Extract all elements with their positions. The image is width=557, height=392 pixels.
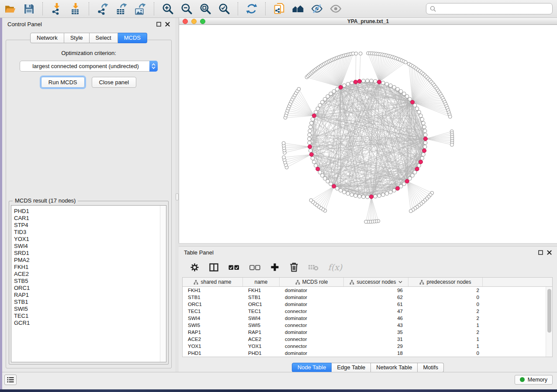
tab-style[interactable]: Style	[64, 33, 90, 43]
delete-columns-trash-icon[interactable]	[289, 262, 299, 272]
tab-node-table[interactable]: Node Table	[292, 363, 332, 372]
tab-network[interactable]: Network	[30, 33, 64, 43]
table-toolbar: f(x)	[179, 258, 557, 276]
mcds-result-item[interactable]: TID3	[14, 229, 166, 236]
sort-desc-icon	[398, 281, 402, 283]
task-list-icon	[7, 377, 14, 383]
save-session-icon[interactable]	[22, 2, 35, 15]
mcds-result-scrollbar[interactable]	[160, 206, 166, 362]
tab-select[interactable]: Select	[90, 33, 118, 43]
mcds-result-item[interactable]: STB5	[14, 278, 166, 285]
splitter-grip[interactable]	[176, 193, 179, 200]
cytoscape-window: Control Panel Network Style Select MCDS …	[0, 0, 557, 389]
column-header-shared-name[interactable]: shared name	[183, 278, 243, 286]
task-history-button[interactable]	[4, 375, 17, 385]
table-row[interactable]: SWI5 SWI5 connector 43 1	[183, 322, 552, 329]
import-network-icon[interactable]	[50, 2, 63, 15]
zoom-selected-icon[interactable]	[218, 2, 231, 15]
mcds-result-item[interactable]: FKH1	[14, 264, 166, 271]
vertical-splitter[interactable]	[175, 18, 179, 375]
tab-edge-table[interactable]: Edge Table	[332, 363, 371, 372]
node-table-header: shared name name MCDS role successor nod…	[183, 278, 552, 287]
export-network-icon[interactable]	[96, 2, 109, 15]
tab-motifs[interactable]: Motifs	[418, 363, 444, 372]
mcds-result-item[interactable]: SWI5	[14, 306, 166, 313]
table-row[interactable]: FKH1 FKH1 dominator 96 2	[183, 287, 552, 294]
add-column-icon[interactable]	[270, 262, 280, 272]
close-panel-icon[interactable]	[165, 22, 170, 27]
memory-status-icon	[520, 377, 525, 382]
tree-column-icon	[419, 280, 424, 285]
float-panel-icon[interactable]	[156, 22, 161, 27]
table-row[interactable]: PHD1 PHD1 dominator 18 0	[183, 350, 552, 357]
node-table: shared name name MCDS role successor nod…	[182, 277, 553, 357]
mcds-result-item[interactable]: SRD1	[14, 250, 166, 257]
network-window-title: YPA_prune.txt_1	[179, 18, 557, 24]
run-mcds-button[interactable]: Run MCDS	[41, 77, 85, 88]
mcds-result-item[interactable]: GCR1	[14, 320, 166, 327]
table-row[interactable]: RAP1 RAP1 dominator 35 2	[183, 329, 552, 336]
mcds-result-item[interactable]: YOX1	[14, 236, 166, 243]
clone-network-icon[interactable]	[273, 2, 286, 15]
show-hidden-eye-icon[interactable]	[329, 2, 342, 15]
zoom-fit-icon[interactable]	[199, 2, 212, 15]
deselect-all-icon[interactable]	[249, 262, 261, 272]
column-header-predecessor-nodes[interactable]: predecessor nodes	[408, 278, 483, 286]
close-panel-icon[interactable]	[547, 250, 552, 255]
optimization-criterion-label: Optimization criterion:	[6, 50, 171, 56]
horizontal-splitter[interactable]	[179, 243, 557, 247]
network-window-titlebar[interactable]: YPA_prune.txt_1	[179, 18, 557, 25]
column-header-mcds-role[interactable]: MCDS role	[280, 278, 344, 286]
table-panel-title: Table Panel	[184, 249, 214, 256]
float-panel-icon[interactable]	[538, 250, 543, 255]
network-canvas[interactable]	[179, 25, 557, 243]
open-file-icon[interactable]	[3, 2, 17, 15]
table-row[interactable]: YOX1 YOX1 connector 29 1	[183, 343, 552, 350]
tree-column-icon	[349, 280, 354, 285]
mcds-result-item[interactable]: PHD1	[14, 208, 166, 215]
zoom-out-icon[interactable]	[180, 2, 193, 15]
select-stepper-icon	[149, 61, 158, 72]
mcds-result-item[interactable]: CAR1	[14, 215, 166, 222]
import-table-icon[interactable]	[69, 2, 82, 15]
optimization-criterion-select[interactable]: largest connected component (undirected)	[20, 61, 158, 72]
node-table-body: FKH1 FKH1 dominator 96 2 STB1 STB1	[183, 287, 552, 357]
column-header-successor-nodes[interactable]: successor nodes	[344, 278, 408, 286]
table-row[interactable]: TEC1 TEC1 connector 47 2	[183, 308, 552, 315]
export-table-icon[interactable]	[115, 2, 128, 15]
mcds-result-item[interactable]: TEC1	[14, 313, 166, 320]
zoom-in-icon[interactable]	[161, 2, 174, 15]
mcds-result-title: MCDS result (17 nodes)	[13, 197, 78, 204]
memory-button[interactable]: Memory	[515, 375, 553, 385]
mcds-result-item[interactable]: RAP1	[14, 292, 166, 299]
toolbar-separator	[265, 2, 266, 15]
table-settings-gear-icon[interactable]	[189, 262, 200, 272]
mcds-result-group: MCDS result (17 nodes) PHD1CAR1STP4TID3Y…	[9, 201, 169, 364]
mcds-result-item[interactable]: STB1	[14, 299, 166, 306]
mcds-result-item[interactable]: SWI4	[14, 243, 166, 250]
tab-mcds[interactable]: MCDS	[118, 33, 147, 43]
table-scrollbar[interactable]	[546, 287, 552, 357]
mcds-result-item[interactable]: ORC1	[14, 285, 166, 292]
table-row[interactable]: ACE2 ACE2 connector 31 1	[183, 336, 552, 343]
table-row[interactable]: ORC1 ORC1 dominator 61 0	[183, 301, 552, 308]
table-row[interactable]: STB1 STB1 dominator 62 0	[183, 294, 552, 301]
mcds-result-list[interactable]: PHD1CAR1STP4TID3YOX1SWI4SRD1PMA2FKH1ACE2…	[11, 205, 166, 362]
desktop-background-bottom	[0, 389, 557, 392]
close-panel-button[interactable]: Close panel	[92, 77, 137, 88]
search-input[interactable]	[439, 6, 549, 12]
refresh-layout-icon[interactable]	[245, 2, 258, 15]
table-row[interactable]: SWI4 SWI4 dominator 46 2	[183, 315, 552, 322]
column-header-name[interactable]: name	[243, 278, 280, 286]
table-scrollbar-thumb[interactable]	[547, 289, 551, 333]
mcds-result-item[interactable]: PMA2	[14, 257, 166, 264]
export-image-icon[interactable]	[134, 2, 147, 15]
mcds-result-item[interactable]: ACE2	[14, 271, 166, 278]
select-all-icon[interactable]	[228, 262, 240, 272]
tab-network-table[interactable]: Network Table	[371, 363, 418, 372]
show-networks-home-icon[interactable]	[291, 2, 304, 15]
search-field[interactable]	[426, 3, 553, 14]
show-columns-icon[interactable]	[208, 262, 219, 272]
hide-selected-eye-slash-icon[interactable]	[310, 2, 323, 15]
mcds-result-item[interactable]: STP4	[14, 222, 166, 229]
